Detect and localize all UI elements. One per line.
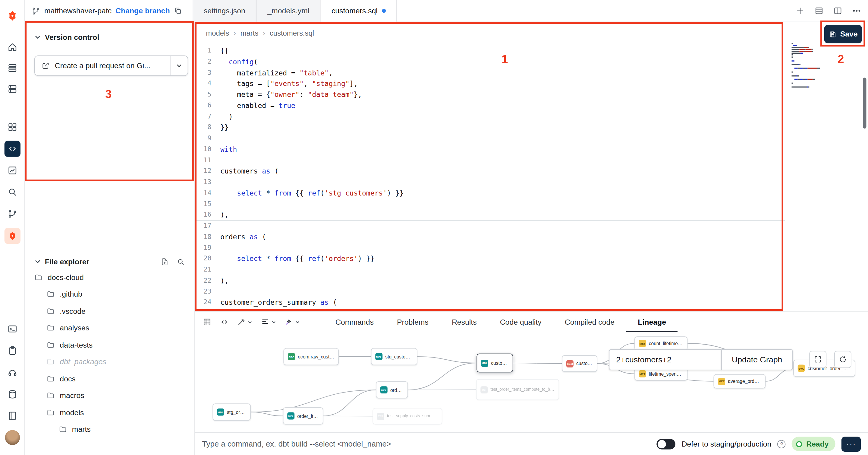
lineage-node-oitems[interactable]: MDLorder_items — [283, 407, 323, 425]
tab-customers.sql[interactable]: customers.sql — [320, 0, 397, 22]
code-line[interactable]: 5 meta = {"owner": "data-team"}, — [195, 89, 785, 100]
more-actions-button[interactable]: ··· — [841, 436, 861, 451]
code-line[interactable]: 14 select * from {{ ref('stg_customers')… — [195, 188, 785, 199]
code-line[interactable]: 23 — [195, 286, 785, 297]
file-item-docs[interactable]: docs — [25, 370, 194, 387]
version-control-header[interactable]: Version control — [25, 29, 194, 46]
file-item-.github[interactable]: .github — [25, 286, 194, 303]
lineage-node-stgc[interactable]: MDLstg_customers — [371, 348, 417, 365]
apps-grid-icon[interactable] — [4, 119, 21, 135]
code-editor-icon[interactable] — [4, 141, 21, 157]
help-icon[interactable]: ? — [778, 439, 786, 448]
code-line[interactable]: 17 — [195, 221, 785, 231]
lineage-node-stgo[interactable]: MDLstg_orders — [213, 403, 251, 421]
file-item-.vscode[interactable]: .vscode — [25, 303, 194, 319]
lineage-node-cnt[interactable]: METcount_lifetime_orders — [634, 336, 687, 350]
breadcrumb-item[interactable]: marts — [241, 29, 258, 37]
support-headset-icon[interactable] — [4, 365, 21, 381]
lineage-selector-input[interactable] — [616, 355, 715, 364]
lineage-selector-box[interactable] — [609, 349, 721, 370]
bottom-tab-lineage[interactable]: Lineage — [626, 312, 678, 332]
dbt-logo[interactable] — [4, 8, 21, 24]
format-dropdown[interactable] — [261, 317, 276, 326]
lineage-node-csem[interactable]: SEMcustomers — [562, 355, 597, 372]
code-line[interactable]: 1{{ — [195, 46, 785, 56]
status-badge[interactable]: Ready — [792, 436, 835, 451]
update-graph-button[interactable]: Update Graph — [721, 349, 793, 370]
code-line[interactable]: 15 — [195, 199, 785, 209]
lineage-node-cust[interactable]: MDLcustomers — [476, 353, 513, 372]
table-view-icon[interactable] — [203, 317, 211, 326]
lineage-node-ord[interactable]: MDLorders — [376, 381, 408, 399]
lineage-node-aov[interactable]: METaverage_order_value — [714, 374, 766, 389]
notebook-icon[interactable] — [4, 408, 21, 424]
code-line[interactable]: 18orders as ( — [195, 231, 785, 242]
code-line[interactable]: 9 — [195, 133, 785, 144]
code-line[interactable]: 13 — [195, 177, 785, 188]
split-panel-icon[interactable] — [833, 6, 842, 16]
file-item-macros[interactable]: macros — [25, 387, 194, 404]
code-line[interactable]: 10with — [195, 144, 785, 155]
explore-search-icon[interactable] — [4, 184, 21, 200]
dbt-cloud-icon[interactable] — [4, 228, 21, 244]
tab-settings.json[interactable]: settings.json — [193, 0, 256, 22]
save-button[interactable]: Save — [824, 25, 862, 44]
compare-branch-icon[interactable] — [4, 205, 21, 222]
search-icon[interactable] — [177, 257, 185, 266]
panel-list-icon[interactable] — [814, 6, 824, 16]
terminal-icon[interactable] — [4, 321, 21, 337]
code-lines[interactable]: 1{{2 config(3 materialized = "table",4 t… — [195, 46, 785, 308]
lineage-node-t1[interactable]: TSTtest_order_items_compute_to_book_corr… — [476, 379, 559, 400]
environments-icon[interactable] — [4, 81, 21, 97]
change-branch-link[interactable]: Change branch — [116, 7, 170, 15]
clipboard-icon[interactable] — [4, 342, 21, 359]
dashboards-icon[interactable] — [4, 162, 21, 178]
bottom-tab-compiled-code[interactable]: Compiled code — [553, 312, 626, 332]
command-input[interactable] — [202, 439, 650, 448]
tab-_models.yml[interactable]: _models.yml — [256, 0, 320, 22]
code-editor[interactable]: models›marts›customers.sql 1{{2 config(3… — [195, 22, 868, 311]
code-line[interactable]: 20 select * from {{ ref('orders') }} — [195, 253, 785, 264]
refresh-button[interactable] — [834, 351, 851, 368]
code-view-icon[interactable] — [220, 317, 228, 326]
file-item-data-tests[interactable]: data-tests — [25, 336, 194, 353]
defer-toggle[interactable] — [657, 439, 675, 449]
pr-dropdown-caret[interactable] — [170, 56, 188, 76]
bottom-tab-commands[interactable]: Commands — [324, 312, 385, 332]
code-line[interactable]: 6 enabled = true — [195, 100, 785, 111]
file-item-analyses[interactable]: analyses — [25, 319, 194, 336]
code-line[interactable]: 12customers as ( — [195, 166, 785, 177]
file-item-docs-cloud[interactable]: docs-cloud — [25, 269, 194, 286]
code-line[interactable]: 19 — [195, 243, 785, 253]
editor-scrollbar[interactable] — [863, 78, 866, 129]
bottom-tab-problems[interactable]: Problems — [385, 312, 440, 332]
file-item-marts[interactable]: marts — [25, 421, 194, 438]
code-line[interactable]: 21 — [195, 264, 785, 275]
bottom-tab-results[interactable]: Results — [440, 312, 488, 332]
fullscreen-button[interactable] — [809, 351, 827, 368]
user-avatar[interactable] — [5, 430, 20, 445]
code-line[interactable]: 22), — [195, 275, 785, 286]
jobs-list-icon[interactable] — [4, 60, 21, 76]
copy-icon[interactable] — [174, 7, 182, 15]
code-line[interactable]: 7 ) — [195, 111, 785, 122]
create-pr-button[interactable]: Create a pull request on Gi... — [34, 56, 188, 76]
code-line[interactable]: 3 materialized = "table", — [195, 67, 785, 78]
more-menu-icon[interactable] — [852, 6, 861, 16]
breadcrumb-item[interactable]: customers.sql — [270, 29, 314, 37]
database-icon[interactable] — [4, 386, 21, 402]
file-item-models[interactable]: models — [25, 404, 194, 421]
new-tab-plus-icon[interactable] — [795, 6, 805, 16]
lint-fix-dropdown[interactable] — [284, 317, 300, 326]
branch-widget[interactable]: matthewshaver-patc Change branch — [25, 6, 182, 15]
file-item-dbt_packages[interactable]: dbt_packages — [25, 353, 194, 370]
lineage-canvas[interactable]: Update Graph SRCecom.raw_customersMDLstg… — [195, 332, 868, 432]
lineage-node-t2[interactable]: TSTtest_supply_costs_sum_correctly — [373, 408, 442, 425]
code-line[interactable]: 11 — [195, 155, 785, 166]
wand-dropdown[interactable] — [237, 317, 252, 326]
new-file-icon[interactable] — [161, 257, 169, 266]
lineage-node-src1[interactable]: SRCecom.raw_customers — [283, 348, 339, 365]
code-line[interactable]: 8}} — [195, 122, 785, 133]
minimap[interactable] — [792, 43, 857, 88]
code-line[interactable]: 2 config( — [195, 56, 785, 67]
